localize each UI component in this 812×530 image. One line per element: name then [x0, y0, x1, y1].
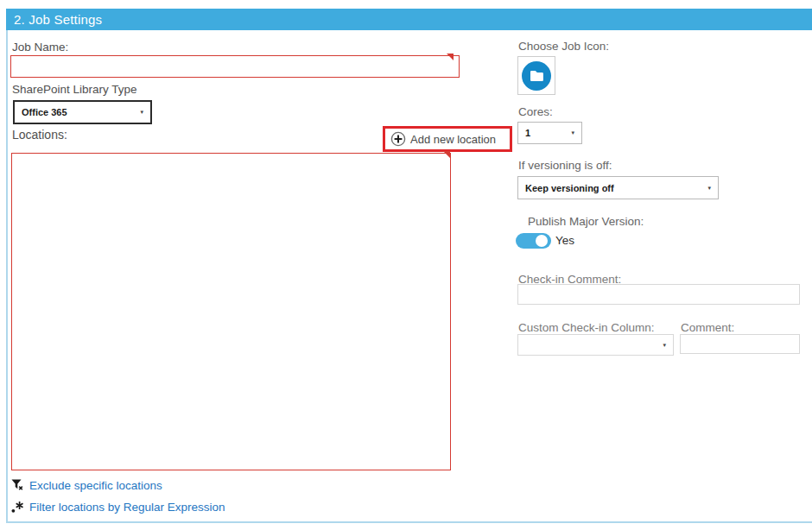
comment-label: Comment:: [681, 321, 734, 334]
locations-list[interactable]: [11, 153, 451, 470]
cores-label: Cores:: [518, 105, 553, 118]
regex-filter-link[interactable]: Filter locations by Regular Expression: [11, 501, 225, 514]
job-name-label: Job Name:: [12, 41, 68, 54]
validation-arrow-icon: [447, 54, 454, 60]
folder-icon: [521, 60, 552, 91]
cores-value: 1: [525, 128, 530, 138]
plus-circle-icon: [390, 131, 406, 147]
chevron-down-icon: ▾: [140, 109, 143, 116]
exclude-locations-label: Exclude specific locations: [29, 479, 162, 492]
versioning-dropdown[interactable]: Keep versioning off ▾: [517, 176, 719, 199]
custom-checkin-column-dropdown[interactable]: ▾: [517, 334, 674, 356]
library-type-value: Office 365: [22, 107, 67, 117]
cores-dropdown[interactable]: 1 ▾: [517, 122, 582, 144]
add-new-location-label: Add new location: [410, 133, 496, 146]
toggle-state-label: Yes: [555, 234, 574, 247]
comment-input[interactable]: [680, 334, 800, 354]
validation-arrow-icon: [443, 151, 450, 158]
custom-checkin-column-label: Custom Check-in Column:: [518, 321, 655, 334]
exclude-locations-link[interactable]: Exclude specific locations: [11, 479, 162, 492]
job-icon-button[interactable]: [517, 56, 555, 95]
library-type-dropdown[interactable]: Office 365 ▾: [13, 100, 152, 124]
locations-label: Locations:: [12, 128, 67, 142]
regex-filter-label: Filter locations by Regular Expression: [29, 501, 225, 514]
panel-header: 2. Job Settings: [6, 9, 812, 30]
choose-job-icon-label: Choose Job Icon:: [518, 40, 609, 53]
page-title: 2. Job Settings: [14, 12, 102, 27]
versioning-value: Keep versioning off: [525, 183, 614, 193]
chevron-down-icon: ▾: [707, 185, 711, 192]
job-settings-page: 2. Job Settings Job Name: SharePoint Lib…: [0, 0, 812, 530]
add-new-location-button[interactable]: Add new location: [383, 126, 512, 152]
chevron-down-icon: ▾: [571, 129, 574, 136]
dot-asterisk-icon: [11, 501, 25, 514]
job-name-input[interactable]: [10, 55, 460, 78]
checkin-comment-input[interactable]: [517, 284, 800, 305]
library-type-label: SharePoint Library Type: [12, 83, 137, 96]
versioning-label: If versioning is off:: [518, 159, 612, 172]
publish-major-version-toggle[interactable]: [516, 233, 551, 249]
toggle-knob: [536, 235, 548, 247]
publish-major-version-label: Publish Major Version:: [528, 215, 644, 228]
filter-x-icon: [11, 479, 25, 492]
chevron-down-icon: ▾: [663, 342, 666, 349]
